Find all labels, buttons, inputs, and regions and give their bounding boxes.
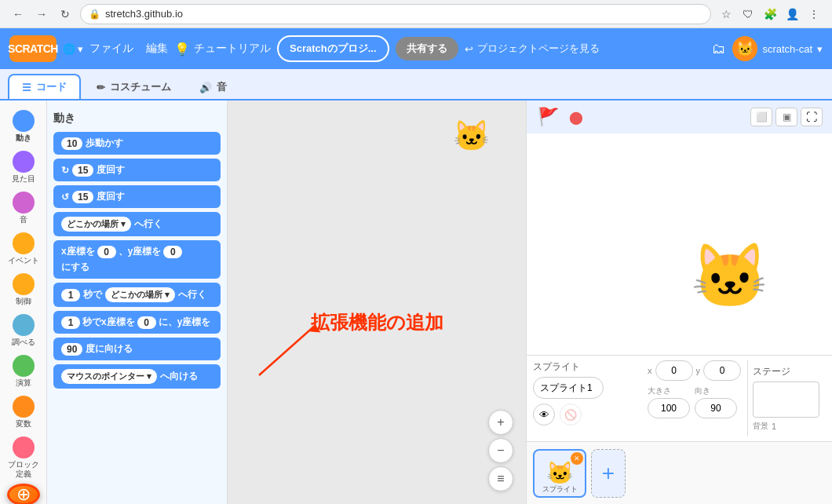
tab-bar: ☰ コード ✏ コスチューム 🔊 音 bbox=[0, 69, 832, 100]
sound-tab-icon: 🔊 bbox=[199, 82, 212, 93]
shield-button[interactable]: 🛡 bbox=[739, 5, 757, 23]
block-set-x-input[interactable]: 0 bbox=[97, 246, 116, 258]
sprite-thumb-label: スプライト bbox=[542, 484, 578, 495]
user-area[interactable]: 🐱 scratch-cat ▾ bbox=[732, 36, 823, 61]
address-bar[interactable]: 🔒 stretch3.github.io bbox=[80, 4, 711, 24]
bg-count: 1 bbox=[772, 422, 776, 431]
categories-panel: 動き 見た目 音 イベント 制御 調べる bbox=[0, 100, 47, 504]
block-point-dir[interactable]: 90 度に向ける bbox=[53, 338, 221, 360]
account-button[interactable]: 👤 bbox=[783, 5, 801, 23]
block-glide-dropdown[interactable]: どこかの場所 ▾ bbox=[105, 287, 175, 302]
sprite-thumbnail-item[interactable]: 🐱 ✕ スプライト bbox=[533, 449, 586, 498]
block-turn-ccw[interactable]: ↺ 15 度回す bbox=[53, 185, 221, 208]
svg-line-0 bbox=[259, 325, 316, 375]
back-button[interactable]: ← bbox=[9, 5, 27, 23]
block-set-xy[interactable]: x座標を 0 、y座標を 0 にする bbox=[53, 240, 221, 279]
globe-chevron: ▾ bbox=[78, 43, 83, 55]
block-turn-cw-input[interactable]: 15 bbox=[72, 164, 93, 177]
browser-actions: ☆ 🛡 🧩 👤 ⋮ bbox=[717, 5, 823, 23]
block-glide-sec-input[interactable]: 1 bbox=[61, 289, 80, 301]
direction-label: 向き bbox=[695, 385, 737, 396]
sprite-x-row: x y bbox=[648, 360, 741, 381]
extensions-button[interactable]: 🧩 bbox=[761, 5, 779, 23]
stage-panel: 🚩 ⬤ ⬜ ▣ ⛶ 🐱 スプライト bbox=[526, 100, 832, 504]
script-area[interactable]: 🐱 拡張機能の追加 + − ≡ bbox=[228, 100, 526, 504]
stage-section: ステージ 背景 1 bbox=[747, 360, 826, 436]
block-glide-xy-x[interactable]: 0 bbox=[137, 316, 156, 329]
sound-tab-label: 音 bbox=[217, 80, 227, 94]
sprite-y-input[interactable] bbox=[703, 360, 741, 381]
size-label: 大きさ bbox=[648, 385, 690, 396]
category-sensing[interactable]: 調べる bbox=[2, 311, 45, 350]
hide-sprite-button[interactable]: 🚫 bbox=[560, 404, 582, 425]
sprite-remove-button[interactable]: ✕ bbox=[571, 452, 583, 465]
block-set-xy-text2: 、y座標を bbox=[119, 245, 162, 258]
file-menu[interactable]: ファイル bbox=[89, 42, 133, 56]
zoom-out-button[interactable]: − bbox=[488, 438, 513, 463]
stage-cat-sprite: 🐱 bbox=[691, 245, 769, 308]
stage-normal-button[interactable]: ▣ bbox=[775, 108, 797, 126]
share-button[interactable]: 共有する bbox=[396, 37, 458, 60]
sprite-name-input[interactable] bbox=[533, 377, 604, 399]
x-label: x bbox=[648, 366, 652, 375]
category-looks[interactable]: 見た目 bbox=[2, 148, 45, 187]
category-events[interactable]: イベント bbox=[2, 229, 45, 268]
edit-menu[interactable]: 編集 bbox=[146, 42, 168, 56]
block-move-input[interactable]: 10 bbox=[61, 137, 82, 150]
scratch-project-button[interactable]: Scratchのプロジ... bbox=[277, 35, 389, 62]
tab-code[interactable]: ☰ コード bbox=[8, 74, 81, 99]
menu-button[interactable]: ⋮ bbox=[805, 5, 823, 23]
block-towards-text: へ向ける bbox=[160, 370, 198, 383]
fullscreen-button[interactable]: ⛶ bbox=[801, 108, 823, 126]
green-flag-button[interactable]: 🚩 bbox=[536, 105, 560, 129]
stop-button[interactable]: ⬤ bbox=[564, 105, 588, 129]
block-turn-ccw-input[interactable]: 15 bbox=[72, 191, 93, 203]
category-control[interactable]: 制御 bbox=[2, 270, 45, 309]
block-move[interactable]: 10 歩動かす bbox=[53, 132, 221, 155]
zoom-reset-button[interactable]: ≡ bbox=[488, 466, 513, 491]
block-turn-cw[interactable]: ↻ 15 度回す bbox=[53, 159, 221, 181]
globe-menu[interactable]: 🌐 ▾ bbox=[63, 43, 83, 55]
stage-small-button[interactable]: ⬜ bbox=[750, 108, 772, 126]
block-point-input[interactable]: 90 bbox=[61, 343, 82, 356]
direction-input[interactable] bbox=[695, 398, 737, 418]
star-button[interactable]: ☆ bbox=[717, 5, 735, 23]
block-glide-xy-text2: に、y座標を bbox=[159, 316, 211, 329]
sprite-x-input[interactable] bbox=[655, 360, 693, 381]
category-operators[interactable]: 演算 bbox=[2, 352, 45, 391]
show-sprite-button[interactable]: 👁 bbox=[533, 404, 555, 425]
tab-costume[interactable]: ✏ コスチューム bbox=[84, 75, 184, 99]
block-goto-dropdown[interactable]: どこかの場所 ▾ bbox=[61, 217, 131, 232]
direction-group: 向き bbox=[695, 385, 737, 418]
app-bar: SCRATCH 🌐 ▾ ファイル 編集 💡 チュートリアル Scratchのプロ… bbox=[0, 28, 832, 69]
folder-button[interactable]: 🗂 bbox=[712, 41, 726, 57]
category-motion[interactable]: 動き bbox=[2, 107, 45, 146]
category-myblocks[interactable]: ブロック定義 bbox=[2, 433, 45, 482]
add-sprite-button[interactable]: + bbox=[591, 449, 626, 498]
forward-button[interactable]: → bbox=[33, 5, 50, 23]
block-towards-dropdown[interactable]: マウスのポインター ▾ bbox=[61, 369, 157, 384]
size-input[interactable] bbox=[648, 398, 690, 418]
project-page-button[interactable]: ↩ プロジェクトページを見る bbox=[465, 42, 600, 56]
zoom-in-button[interactable]: + bbox=[488, 410, 513, 435]
tab-sound[interactable]: 🔊 音 bbox=[187, 75, 239, 99]
bg-count-label: 背景 bbox=[753, 421, 768, 432]
category-variables[interactable]: 変数 bbox=[2, 393, 45, 432]
looks-label: 見た目 bbox=[12, 174, 35, 184]
category-sound[interactable]: 音 bbox=[2, 188, 45, 228]
block-glide-xy-sec[interactable]: 1 bbox=[61, 316, 80, 329]
add-extension-button[interactable]: ⊕ bbox=[7, 484, 40, 504]
block-move-text: 歩動かす bbox=[86, 137, 123, 150]
block-point-towards[interactable]: マウスのポインター ▾ へ向ける bbox=[53, 364, 221, 389]
sprite-info-panel: スプライト 👁 🚫 x y bbox=[527, 355, 832, 441]
block-goto[interactable]: どこかの場所 ▾ へ行く bbox=[53, 212, 221, 236]
refresh-button[interactable]: ↻ bbox=[57, 5, 74, 23]
tutorial-label: チュートリアル bbox=[194, 42, 271, 56]
block-glide-to[interactable]: 1 秒で どこかの場所 ▾ へ行く bbox=[53, 283, 221, 307]
block-set-y-input[interactable]: 0 bbox=[163, 246, 182, 258]
tutorial-button[interactable]: 💡 チュートリアル bbox=[174, 42, 271, 57]
block-glide-xy[interactable]: 1 秒でx座標を 0 に、y座標を bbox=[53, 311, 221, 334]
block-glide-text1: 秒で bbox=[83, 288, 102, 301]
url-text: stretch3.github.io bbox=[105, 8, 183, 20]
block-set-xy-text1: x座標を bbox=[61, 245, 95, 258]
